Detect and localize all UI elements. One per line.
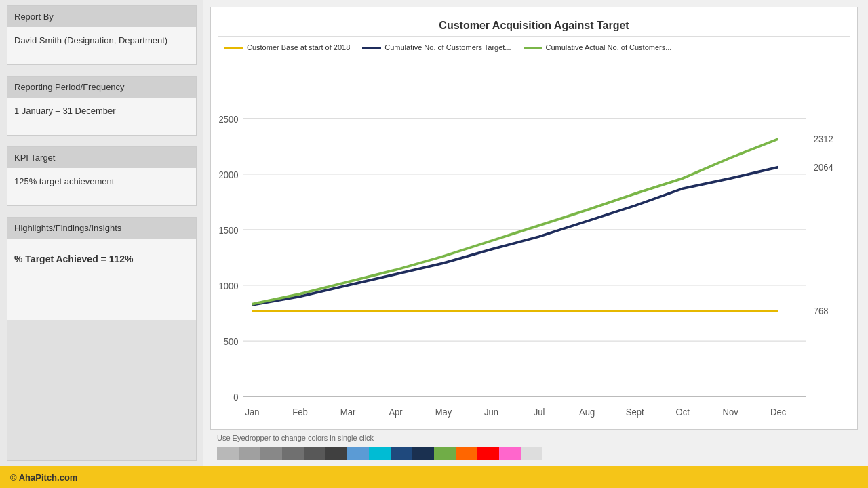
svg-text:Jul: Jul xyxy=(534,406,545,418)
svg-text:768: 768 xyxy=(814,305,829,317)
palette-swatch-3[interactable] xyxy=(260,447,282,460)
palette-swatch-14[interactable] xyxy=(499,447,521,460)
svg-text:Feb: Feb xyxy=(292,406,308,418)
legend-actual: Cumulative Actual No. of Customers... xyxy=(524,43,672,52)
palette-swatch-1[interactable] xyxy=(217,447,239,460)
svg-text:Nov: Nov xyxy=(723,406,738,418)
palette-swatch-5[interactable] xyxy=(304,447,326,460)
chart-container: Customer Acquisition Against Target Cust… xyxy=(210,7,858,430)
report-by-section: Report By David Smith (Designation, Depa… xyxy=(7,5,197,65)
svg-text:1500: 1500 xyxy=(218,224,238,236)
reporting-period-section: Reporting Period/Frequency 1 January – 3… xyxy=(7,76,197,136)
palette-swatch-4[interactable] xyxy=(282,447,304,460)
svg-text:Aug: Aug xyxy=(579,406,595,418)
chart-svg-wrapper: 0 500 1000 1500 2000 2500 xyxy=(218,54,850,422)
highlights-value: % Target Achieved = 112% xyxy=(14,253,189,264)
palette-swatch-10[interactable] xyxy=(412,447,434,460)
palette-swatch-9[interactable] xyxy=(391,447,412,460)
svg-text:Dec: Dec xyxy=(770,406,786,418)
svg-text:Mar: Mar xyxy=(340,406,356,418)
highlights-body: % Target Achieved = 112% xyxy=(7,239,196,320)
report-by-value: David Smith (Designation, Department) xyxy=(7,27,196,64)
svg-text:Oct: Oct xyxy=(676,406,690,418)
svg-text:2312: 2312 xyxy=(814,133,833,144)
eyedropper-row: Use Eyedropper to change colors in singl… xyxy=(210,430,858,444)
palette-swatch-2[interactable] xyxy=(239,447,260,460)
svg-text:Apr: Apr xyxy=(389,406,403,418)
chart-area: Customer Acquisition Against Target Cust… xyxy=(203,0,868,466)
report-by-header: Report By xyxy=(7,6,196,27)
legend-actual-line xyxy=(524,47,542,49)
reporting-period-value: 1 January – 31 December xyxy=(7,98,196,135)
svg-text:2064: 2064 xyxy=(814,161,833,173)
palette-swatch-7[interactable] xyxy=(347,447,369,460)
legend-target-label: Cumulative No. of Customers Target... xyxy=(384,43,511,52)
highlights-section: Highlights/Findings/Insights % Target Ac… xyxy=(7,217,197,461)
svg-text:Jan: Jan xyxy=(245,406,260,418)
palette-swatch-15[interactable] xyxy=(521,447,542,460)
legend-target-line xyxy=(362,47,381,49)
chart-title: Customer Acquisition Against Target xyxy=(218,14,850,37)
kpi-target-section: KPI Target 125% target achievement xyxy=(7,146,197,206)
sidebar: Report By David Smith (Designation, Depa… xyxy=(0,0,203,466)
highlights-header: Highlights/Findings/Insights xyxy=(7,218,196,239)
kpi-target-header: KPI Target xyxy=(7,147,196,168)
legend-baseline-label: Customer Base at start of 2018 xyxy=(247,43,350,52)
palette-swatch-12[interactable] xyxy=(456,447,477,460)
svg-text:Sept: Sept xyxy=(626,406,644,418)
chart-legend: Customer Base at start of 2018 Cumulativ… xyxy=(218,41,850,54)
legend-actual-label: Cumulative Actual No. of Customers... xyxy=(546,43,672,52)
svg-text:May: May xyxy=(435,406,452,418)
legend-baseline-line xyxy=(224,47,243,49)
reporting-period-header: Reporting Period/Frequency xyxy=(7,77,196,98)
color-palette-bar xyxy=(210,444,858,463)
palette-swatch-11[interactable] xyxy=(434,447,456,460)
legend-baseline: Customer Base at start of 2018 xyxy=(224,43,350,52)
svg-text:2500: 2500 xyxy=(218,113,238,125)
legend-target: Cumulative No. of Customers Target... xyxy=(362,43,511,52)
svg-text:Jun: Jun xyxy=(484,406,498,418)
svg-text:0: 0 xyxy=(233,391,238,403)
footer-copyright: © AhaPitch.com xyxy=(10,472,77,483)
palette-swatch-8[interactable] xyxy=(369,447,391,460)
svg-text:1000: 1000 xyxy=(218,280,238,291)
eyedropper-text: Use Eyedropper to change colors in singl… xyxy=(217,434,374,442)
kpi-target-value: 125% target achievement xyxy=(7,168,196,205)
palette-swatch-6[interactable] xyxy=(326,447,347,460)
footer: © AhaPitch.com xyxy=(0,466,868,488)
palette-swatch-13[interactable] xyxy=(477,447,499,460)
svg-text:500: 500 xyxy=(224,336,239,347)
svg-text:2000: 2000 xyxy=(218,169,238,180)
